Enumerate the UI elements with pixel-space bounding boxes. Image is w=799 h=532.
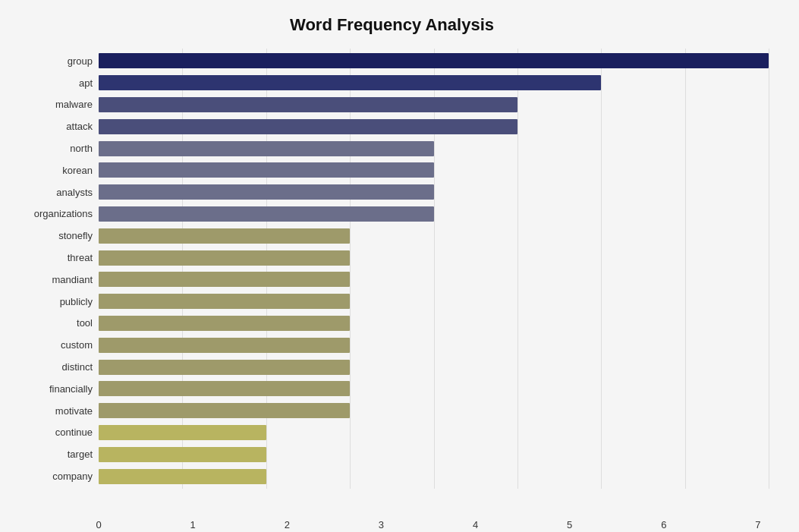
bars-container [99,49,769,489]
chart-container: Word Frequency Analysis groupaptmalwarea… [0,0,799,532]
y-label: group [15,51,99,71]
bar-row [99,401,769,420]
y-label: malware [15,95,99,115]
bar [99,403,350,418]
y-label: stonefly [15,226,99,246]
bar-row [99,52,769,70]
y-label: apt [15,73,99,93]
bar [99,97,517,112]
plot-area [99,49,769,489]
x-tick: 3 [379,519,384,530]
bar [99,469,266,484]
bar-row [99,467,769,486]
grid-line [769,49,769,489]
bar [99,141,434,156]
x-tick: 7 [755,519,760,530]
y-axis: groupaptmalwareattacknorthkoreananalysts… [15,49,99,489]
bar [99,184,434,200]
bar [99,338,350,353]
bar [99,162,434,178]
bar [99,206,434,222]
bar [99,53,769,68]
x-tick: 5 [567,519,572,530]
y-label: publicly [15,291,99,311]
bar-row [99,379,769,398]
bar-row [99,96,769,114]
bar [99,250,350,266]
x-tick: 2 [285,519,290,530]
y-label: company [15,467,99,486]
x-axis: 012345678 [99,519,799,532]
bar [99,119,517,134]
y-label: distinct [15,357,99,377]
bar-row [99,445,769,464]
bar-row [99,249,769,267]
y-label: attack [15,117,99,137]
bar [99,316,350,331]
bar [99,272,350,287]
y-label: north [15,139,99,159]
bar [99,425,266,440]
y-label: tool [15,313,99,333]
bar-row [99,336,769,354]
bar [99,447,266,462]
bar-row [99,292,769,310]
bar-row [99,314,769,332]
x-tick: 1 [190,519,196,530]
bar-row [99,205,769,223]
bar-row [99,183,769,201]
y-label: financially [15,379,99,398]
x-tick: 0 [96,519,101,530]
chart-title: Word Frequency Analysis [15,15,769,35]
y-label: threat [15,248,99,268]
bar-row [99,358,769,376]
chart-area: groupaptmalwareattacknorthkoreananalysts… [15,49,769,489]
y-label: analysts [15,182,99,202]
bar-row [99,270,769,288]
bar-row [99,423,769,442]
bar-row [99,227,769,245]
bar-row [99,161,769,179]
bar-row [99,118,769,136]
y-label: korean [15,160,99,180]
x-tick: 6 [661,519,666,530]
bar [99,75,601,90]
y-label: custom [15,335,99,355]
bar [99,228,350,244]
y-label: continue [15,423,99,442]
bar [99,294,350,309]
bar [99,381,350,396]
bar [99,360,350,375]
bar-row [99,140,769,158]
x-tick: 4 [473,519,478,530]
y-label: organizations [15,204,99,224]
y-label: mandiant [15,269,99,289]
y-label: motivate [15,401,99,420]
bar-row [99,74,769,92]
y-label: target [15,445,99,464]
